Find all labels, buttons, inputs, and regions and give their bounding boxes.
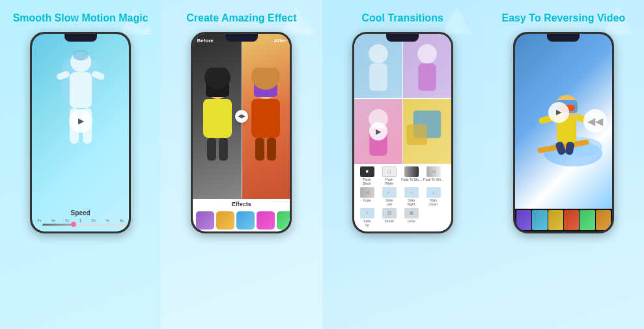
effect-thumb-4[interactable] xyxy=(257,211,275,230)
thumbnail-strip xyxy=(515,209,612,231)
speed-thumb[interactable] xyxy=(71,222,76,227)
effects-bg: Before After xyxy=(193,34,290,231)
panel-transitions: Cool Transitions xyxy=(322,0,483,329)
svg-rect-20 xyxy=(219,138,228,161)
effect-thumb-5[interactable] xyxy=(277,211,290,230)
phone-notch-2 xyxy=(225,34,258,42)
trans-slide-up[interactable]: ↑ SlideUp xyxy=(357,208,378,227)
phone-screen-4: ▶ ◀◀ xyxy=(515,34,612,231)
thumb-2[interactable] xyxy=(532,210,547,230)
phone-screen-3: ▶ ■ FlashBlack xyxy=(354,34,451,231)
phone-frame-3: ▶ ■ FlashBlack xyxy=(352,32,453,233)
trans-fade-black[interactable]: ◁ Fade To Bla... xyxy=(401,166,422,185)
svg-rect-18 xyxy=(203,99,232,138)
play-button-4[interactable]: ▶ xyxy=(548,102,569,123)
speed-section: Speed 4x4x2x12x4x6x xyxy=(32,209,129,228)
transitions-top: ▶ xyxy=(354,34,451,164)
effects-label: Effects xyxy=(193,199,290,209)
trans-cell-tr xyxy=(403,34,451,99)
snowboard-scene: ▶ ◀◀ xyxy=(515,34,612,209)
svg-rect-31 xyxy=(369,63,387,90)
trans-person-1 xyxy=(354,34,402,99)
panel-1-title: Smooth Slow Motion Magic xyxy=(13,12,148,25)
after-side: After xyxy=(242,34,290,199)
before-after-container: Before After xyxy=(193,34,290,199)
after-figure xyxy=(246,68,285,165)
svg-rect-33 xyxy=(418,63,436,90)
before-side: Before xyxy=(193,34,242,199)
trans-slide-down[interactable]: ↓ SlideDown xyxy=(423,187,444,206)
svg-rect-19 xyxy=(207,138,216,161)
rewind-button[interactable]: ◀◀ xyxy=(583,109,607,133)
speed-fill xyxy=(42,224,73,226)
panel-3-title: Cool Transitions xyxy=(361,12,443,25)
divider-handle[interactable]: ◀▶ xyxy=(235,110,248,123)
reversing-bg: ▶ ◀◀ xyxy=(515,34,612,231)
svg-marker-15 xyxy=(303,23,315,34)
svg-point-32 xyxy=(417,44,437,64)
after-label: After xyxy=(274,38,287,44)
phone-screen-2: Before After xyxy=(193,34,290,231)
play-button-1[interactable]: ▶ xyxy=(69,109,92,133)
trans-cell-br xyxy=(403,99,451,164)
phone-frame-4: ▶ ◀◀ xyxy=(513,32,614,233)
phone-notch-1 xyxy=(64,34,97,42)
before-figure xyxy=(198,68,237,165)
speed-track[interactable] xyxy=(42,224,129,226)
transitions-bg: ▶ ■ FlashBlack xyxy=(354,34,451,231)
trans-slide-left[interactable]: ← SlideLeft xyxy=(379,187,400,206)
trans-grow[interactable]: ⊞ Grow xyxy=(401,208,422,227)
panel-slow-motion: Smooth Slow Motion Magic xyxy=(0,0,161,329)
trans-row-1: ■ FlashBlack □ FlashWhite ◁ Fade To Bla.… xyxy=(357,166,449,185)
thumb-4[interactable] xyxy=(564,210,579,230)
panel-4-title: Easy To Reversing Video xyxy=(502,12,626,25)
transitions-icons: ■ FlashBlack □ FlashWhite ◁ Fade To Bla.… xyxy=(354,164,451,231)
triangle-deco-3 xyxy=(441,5,473,38)
trans-flash-white[interactable]: □ FlashWhite xyxy=(379,166,400,185)
thumb-3[interactable] xyxy=(548,210,563,230)
trans-row-3: ↑ SlideUp ⊡ Shrink ⊞ Grow xyxy=(357,208,449,227)
panel-2-title: Create Amazing Effect xyxy=(186,12,296,25)
thumb-5[interactable] xyxy=(580,210,595,230)
svg-rect-24 xyxy=(251,99,280,138)
trans-fade[interactable]: ◁ Fade xyxy=(357,187,378,206)
svg-rect-7 xyxy=(70,72,92,108)
trans-flash-black[interactable]: ■ FlashBlack xyxy=(357,166,378,185)
phone-frame-2: Before After xyxy=(191,32,292,233)
trans-cell-tl xyxy=(354,34,402,99)
effects-strip xyxy=(193,209,290,231)
trans-fade-white[interactable]: ◁ Fade To Wh... xyxy=(423,166,444,185)
svg-rect-26 xyxy=(267,138,276,161)
speed-label: Speed xyxy=(32,209,129,217)
trans-person-4 xyxy=(403,99,451,164)
speed-numbers: 4x4x2x12x4x6x xyxy=(32,218,129,222)
slow-motion-bg: ▶ Speed 4x4x2x12x4x6x xyxy=(32,34,129,231)
trans-person-2 xyxy=(403,34,451,99)
phone-notch-4 xyxy=(547,34,580,42)
effect-thumb-3[interactable] xyxy=(236,211,255,230)
play-overlay-3[interactable]: ▶ xyxy=(369,122,387,140)
phone-screen-1: ▶ Speed 4x4x2x12x4x6x xyxy=(32,34,129,231)
svg-point-12 xyxy=(73,50,89,60)
effect-thumb-2[interactable] xyxy=(216,211,234,230)
effect-thumb-1[interactable] xyxy=(196,211,214,230)
phone-frame-1: ▶ Speed 4x4x2x12x4x6x xyxy=(30,32,131,233)
thumb-1[interactable] xyxy=(516,210,531,230)
triangle-deco-small-2 xyxy=(303,23,316,36)
panel-reversing: Easy To Reversing Video xyxy=(483,0,644,329)
panel-effects: Create Amazing Effect Before xyxy=(161,0,322,329)
svg-point-30 xyxy=(369,44,388,64)
thumb-6[interactable] xyxy=(596,210,611,230)
trans-shrink[interactable]: ⊡ Shrink xyxy=(379,208,400,227)
svg-rect-25 xyxy=(255,138,264,161)
before-label: Before xyxy=(197,38,213,44)
phone-notch-3 xyxy=(386,34,419,42)
svg-rect-37 xyxy=(406,124,427,145)
trans-row-2: ◁ Fade ← SlideLeft → SlideRight ↓ xyxy=(357,187,449,206)
trans-slide-right[interactable]: → SlideRight xyxy=(401,187,422,206)
trans-cell-bl: ▶ xyxy=(354,99,402,164)
